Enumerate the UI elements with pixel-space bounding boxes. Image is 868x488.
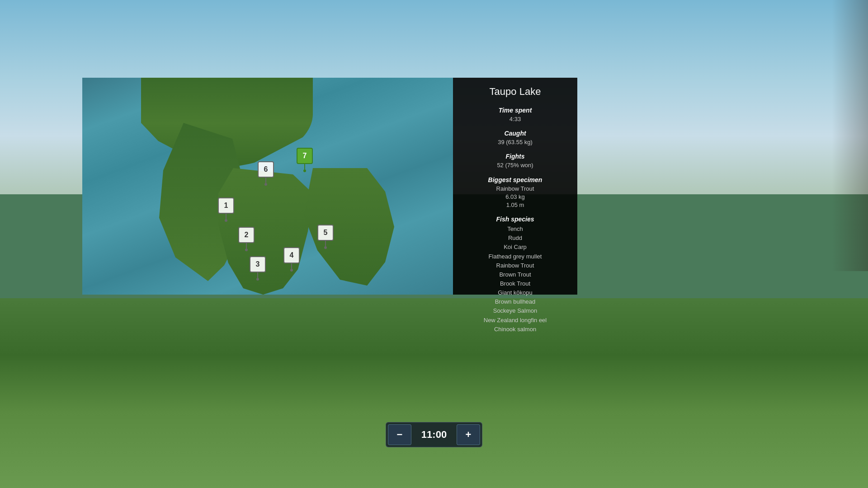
fights-label: Fights (462, 153, 568, 160)
pin-label-1: 1 (218, 197, 234, 214)
pin-label-4: 4 (283, 247, 300, 263)
fish-species-list: TenchRuddKoi CarpFlathead grey mulletRai… (462, 225, 568, 334)
fish-species-item: Flathead grey mullet (462, 252, 568, 261)
pin-label-7: 7 (297, 148, 313, 164)
time-display: 11:00 (411, 429, 457, 441)
fish-species-item: Tench (462, 225, 568, 234)
pin-dot-6 (264, 183, 267, 186)
time-spent-value: 4:33 (462, 115, 568, 123)
caught-label: Caught (462, 130, 568, 137)
map-pin-4[interactable]: 4 (283, 247, 300, 272)
biggest-specimen-length: 1.05 m (462, 201, 568, 209)
fish-species-section: Fish species TenchRuddKoi CarpFlathead g… (462, 216, 568, 334)
pin-tail-7 (304, 164, 305, 169)
pin-dot-1 (225, 219, 227, 222)
biggest-specimen-section: Biggest specimen Rainbow Trout 6.03 kg 1… (462, 176, 568, 210)
pin-tail-2 (246, 243, 247, 249)
pin-dot-5 (324, 246, 327, 249)
map-pin-2[interactable]: 2 (238, 227, 255, 251)
biggest-specimen-weight: 6.03 kg (462, 193, 568, 201)
stats-panel: Taupo Lake Time spent 4:33 Caught 39 (63… (453, 78, 577, 295)
fish-species-item: Brook Trout (462, 279, 568, 288)
pin-tail-6 (265, 178, 266, 183)
pin-dot-4 (290, 269, 293, 272)
map-pin-5[interactable]: 5 (317, 225, 334, 249)
map-pin-1[interactable]: 1 (218, 197, 234, 222)
fish-species-item: Sockeye Salmon (462, 306, 568, 315)
pin-tail-4 (291, 263, 292, 269)
main-ui-container: 1 2 3 4 5 6 7 (82, 78, 577, 295)
fish-species-item: Brown Trout (462, 270, 568, 279)
time-spent-section: Time spent 4:33 (462, 107, 568, 123)
map-area[interactable]: 1 2 3 4 5 6 7 (82, 78, 453, 295)
pin-tail-1 (226, 214, 226, 219)
caught-value: 39 (63.55 kg) (462, 138, 568, 146)
pin-label-5: 5 (317, 225, 334, 241)
rod-blur (832, 0, 868, 271)
biggest-specimen-label: Biggest specimen (462, 176, 568, 183)
pin-dot-7 (303, 169, 306, 172)
time-decrease-button[interactable]: − (388, 424, 411, 445)
fish-species-item: Giant kōkopu (462, 288, 568, 297)
fights-section: Fights 52 (75% won) (462, 153, 568, 169)
pin-label-2: 2 (238, 227, 255, 243)
fish-species-item: Koi Carp (462, 243, 568, 252)
caught-section: Caught 39 (63.55 kg) (462, 130, 568, 146)
fights-value: 52 (75% won) (462, 161, 568, 169)
time-controls: − 11:00 + (386, 422, 482, 447)
map-pin-3[interactable]: 3 (250, 256, 266, 281)
biggest-specimen-fish: Rainbow Trout (462, 185, 568, 193)
pin-dot-3 (256, 278, 259, 281)
location-title: Taupo Lake (490, 86, 541, 98)
fish-species-label: Fish species (462, 216, 568, 223)
fish-species-item: Rainbow Trout (462, 261, 568, 270)
fish-species-item: Chinook salmon (462, 325, 568, 334)
map-pin-6[interactable]: 6 (258, 161, 274, 186)
fish-species-item: Rudd (462, 234, 568, 243)
fish-species-item: New Zealand longfin eel (462, 316, 568, 325)
ground-background (0, 298, 868, 488)
time-spent-label: Time spent (462, 107, 568, 114)
pin-label-6: 6 (258, 161, 274, 178)
time-increase-button[interactable]: + (457, 424, 480, 445)
pin-tail-3 (257, 272, 258, 278)
pin-tail-5 (325, 241, 326, 246)
pin-label-3: 3 (250, 256, 266, 272)
map-pin-7[interactable]: 7 (297, 148, 313, 172)
fish-species-item: Brown bullhead (462, 297, 568, 306)
pin-dot-2 (245, 249, 248, 251)
